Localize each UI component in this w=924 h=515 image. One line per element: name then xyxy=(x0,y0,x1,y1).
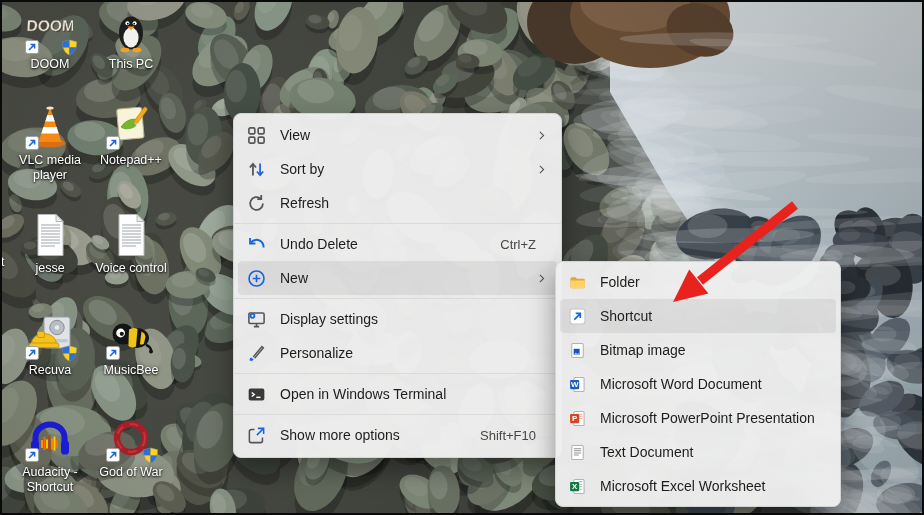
powerpoint-icon: P xyxy=(569,410,586,427)
desktop-icon-label: MusicBee xyxy=(88,363,174,378)
menu-item-refresh[interactable]: Refresh xyxy=(238,186,557,220)
uac-shield-badge xyxy=(61,345,78,362)
word-icon: W xyxy=(569,376,586,393)
menu-item-microsoft-word-document[interactable]: WMicrosoft Word Document xyxy=(560,367,836,401)
audacity-icon xyxy=(27,416,73,462)
desktop-icon-musicbee[interactable]: MusicBee xyxy=(88,314,174,378)
desktop-context-menu: ViewSort byRefreshUndo DeleteCtrl+ZNewDi… xyxy=(233,113,562,458)
menu-item-microsoft-excel-worksheet[interactable]: XMicrosoft Excel Worksheet xyxy=(560,469,836,503)
menu-separator xyxy=(234,414,561,415)
svg-text:W: W xyxy=(571,380,579,389)
desktop-icon-label: jesse xyxy=(7,261,93,276)
show-more-icon xyxy=(247,426,266,445)
desktop-icon-vlc-media-player[interactable]: VLC media player xyxy=(7,104,93,183)
shortcut-arrow-badge xyxy=(106,136,120,150)
menu-item-label: Microsoft Excel Worksheet xyxy=(600,478,765,494)
menu-item-label: View xyxy=(280,127,310,143)
shortcut-arrow-badge xyxy=(106,346,120,360)
menu-item-shortcut[interactable]: Shortcut xyxy=(560,299,836,333)
menu-shortcut-key: Ctrl+Z xyxy=(500,237,548,252)
menu-item-label: Undo Delete xyxy=(280,236,358,252)
view-icon xyxy=(247,126,266,145)
menu-item-view[interactable]: View xyxy=(238,118,557,152)
menu-item-open-in-windows-terminal[interactable]: Open in Windows Terminal xyxy=(238,377,557,411)
sort-icon xyxy=(247,160,266,179)
menu-item-label: Shortcut xyxy=(600,308,652,324)
menu-item-label: Personalize xyxy=(280,345,353,361)
menu-separator xyxy=(234,223,561,224)
recuva-icon xyxy=(27,314,73,360)
personalize-icon xyxy=(247,344,266,363)
menu-item-label: Sort by xyxy=(280,161,324,177)
god-of-war-icon xyxy=(108,416,154,462)
menu-item-label: Bitmap image xyxy=(600,342,686,358)
vlc-cone-icon xyxy=(27,104,73,150)
shortcut-arrow-badge xyxy=(25,346,39,360)
desktop-icon-label: VLC media player xyxy=(7,153,93,183)
svg-text:X: X xyxy=(572,482,578,491)
uac-shield-badge xyxy=(61,39,78,56)
menu-item-display-settings[interactable]: Display settings xyxy=(238,302,557,336)
text-file-icon xyxy=(27,212,73,258)
undo-icon xyxy=(247,235,266,254)
menu-separator xyxy=(234,373,561,374)
shortcut-arrow-badge xyxy=(106,448,120,462)
desktop-icon-label: Recuva xyxy=(7,363,93,378)
folder-icon xyxy=(569,274,586,291)
menu-item-microsoft-powerpoint-presentation[interactable]: PMicrosoft PowerPoint Presentation xyxy=(560,401,836,435)
desktop-icon-label: God of War xyxy=(88,465,174,480)
notepadpp-icon xyxy=(108,104,154,150)
shortcut-icon xyxy=(569,308,586,325)
menu-item-sort-by[interactable]: Sort by xyxy=(238,152,557,186)
menu-item-label: New xyxy=(280,270,308,286)
new-submenu: FolderShortcutBitmap imageWMicrosoft Wor… xyxy=(555,261,841,507)
menu-separator xyxy=(234,298,561,299)
desktop-icon-label: Notepad++ xyxy=(88,153,174,168)
musicbee-icon xyxy=(108,314,154,360)
chevron-right-icon xyxy=(535,272,548,285)
menu-item-bitmap-image[interactable]: Bitmap image xyxy=(560,333,836,367)
menu-item-folder[interactable]: Folder xyxy=(560,265,836,299)
desktop-icon-jesse[interactable]: jesse xyxy=(7,212,93,276)
menu-item-label: Open in Windows Terminal xyxy=(280,386,446,402)
menu-item-label: Refresh xyxy=(280,195,329,211)
doom-icon: DOOMDOOM xyxy=(27,8,73,54)
menu-shortcut-key: Shift+F10 xyxy=(480,428,548,443)
desktop-icon-label: Voice control xyxy=(88,261,174,276)
new-icon xyxy=(247,269,266,288)
desktop-icon-voice-control[interactable]: Voice control xyxy=(88,212,174,276)
svg-text:P: P xyxy=(572,414,577,423)
menu-item-new[interactable]: New xyxy=(238,261,557,295)
menu-item-label: Show more options xyxy=(280,427,400,443)
desktop-icon-doom[interactable]: DOOMDOOMDOOM xyxy=(7,8,93,72)
display-settings-icon xyxy=(247,310,266,329)
text-file-icon xyxy=(108,212,154,258)
shortcut-arrow-badge xyxy=(25,448,39,462)
cutoff-desktop-icon-label[interactable]: t xyxy=(1,255,4,269)
desktop-icon-recuva[interactable]: Recuva xyxy=(7,314,93,378)
uac-shield-badge xyxy=(142,447,159,464)
desktop-icon-this-pc[interactable]: This PC xyxy=(88,8,174,72)
menu-item-label: Microsoft PowerPoint Presentation xyxy=(600,410,815,426)
menu-item-label: Microsoft Word Document xyxy=(600,376,762,392)
menu-item-personalize[interactable]: Personalize xyxy=(238,336,557,370)
desktop-icon-notepad[interactable]: Notepad++ xyxy=(88,104,174,168)
svg-text:DOOM: DOOM xyxy=(27,17,73,34)
shortcut-arrow-badge xyxy=(25,136,39,150)
desktop-icon-god-of-war[interactable]: God of War xyxy=(88,416,174,480)
menu-item-show-more-options[interactable]: Show more optionsShift+F10 xyxy=(238,418,557,452)
menu-item-label: Display settings xyxy=(280,311,378,327)
bitmap-image-icon xyxy=(569,342,586,359)
excel-icon: X xyxy=(569,478,586,495)
menu-item-text-document[interactable]: Text Document xyxy=(560,435,836,469)
penguin-icon xyxy=(108,8,154,54)
desktop-icon-audacity-shortcut[interactable]: Audacity - Shortcut xyxy=(7,416,93,495)
desktop-icon-label: This PC xyxy=(88,57,174,72)
menu-item-label: Text Document xyxy=(600,444,693,460)
chevron-right-icon xyxy=(535,129,548,142)
refresh-icon xyxy=(247,194,266,213)
menu-item-undo-delete[interactable]: Undo DeleteCtrl+Z xyxy=(238,227,557,261)
shortcut-arrow-badge xyxy=(25,40,39,54)
text-document-icon xyxy=(569,444,586,461)
desktop-icon-label: Audacity - Shortcut xyxy=(7,465,93,495)
